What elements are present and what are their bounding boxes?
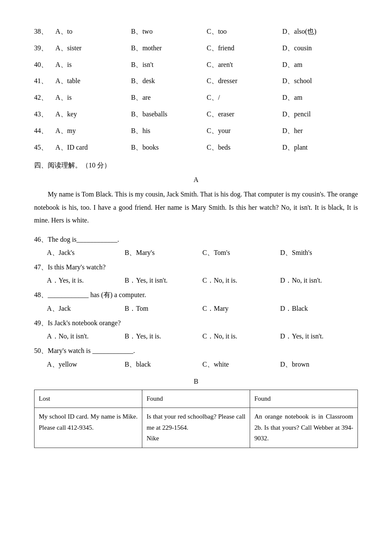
table-col3-header: Found: [250, 390, 358, 408]
passage-b-title: B: [34, 378, 358, 385]
mc-row: 43、 A、key B、baseballs C、eraser D、pencil: [34, 108, 358, 121]
table-col3-body: An orange notebook is in Classroom 2b. I…: [250, 408, 358, 448]
question-48-option-3: D．Black: [280, 304, 358, 313]
question-50-option-3: D、brown: [280, 360, 358, 369]
section4-title: 四、阅读理解。（10 分）: [34, 161, 358, 170]
question-49-option-3: D．Yes, it isn't.: [280, 332, 358, 341]
mc-row: 45、 A、ID card B、books C、beds D、plant: [34, 142, 358, 154]
mc-option-b: B、desk: [131, 75, 207, 87]
mc-option-a: A、key: [55, 108, 131, 121]
mc-option-d: D、also(也): [282, 26, 358, 38]
question-47-options: A．Yes, it is.B．Yes, it isn't.C．No, it is…: [47, 276, 358, 285]
mc-option-b: B、mother: [131, 42, 207, 55]
question-46-option-1: B、Mary's: [125, 249, 203, 257]
mc-option-c: C、dresser: [207, 75, 282, 87]
mc-option-a: A、my: [55, 125, 131, 137]
question-48-option-0: A、Jack: [47, 304, 125, 313]
mc-number: 44、: [34, 125, 55, 137]
mc-option-b: B、books: [131, 142, 207, 154]
mc-option-c: C、aren't: [207, 59, 282, 71]
table-col1-body: My school ID card. My name is Mike. Plea…: [35, 408, 142, 448]
question-50-option-1: B、black: [125, 360, 203, 369]
mc-row: 38、 A、to B、two C、too D、also(也): [34, 26, 358, 38]
passage-a-text: My name is Tom Black. This is my cousin,…: [34, 188, 358, 227]
mc-option-d: D、school: [282, 75, 358, 87]
mc-option-a: A、is: [55, 59, 131, 71]
table-col1-header: Lost: [35, 390, 142, 408]
question-46-option-2: C、Tom's: [202, 249, 280, 257]
mc-option-c: C、friend: [207, 42, 282, 55]
mc-number: 42、: [34, 92, 55, 104]
mc-option-b: B、isn't: [131, 59, 207, 71]
mc-option-c: C、your: [207, 125, 282, 137]
question-48-option-1: B．Tom: [125, 304, 203, 313]
mc-option-d: D、pencil: [282, 108, 358, 121]
question-47-option-0: A．Yes, it is.: [47, 276, 125, 285]
mc-option-c: C、/: [207, 92, 282, 104]
question-47-option-3: D．No, it isn't.: [280, 276, 358, 285]
mc-number: 43、: [34, 108, 55, 121]
mc-option-a: A、ID card: [55, 142, 131, 154]
question-47-option-1: B．Yes, it isn't.: [125, 276, 203, 285]
passage-a-title: A: [34, 176, 358, 184]
mc-number: 39、: [34, 42, 55, 55]
mc-option-b: B、baseballs: [131, 108, 207, 121]
table-b: Lost Found Found My school ID card. My n…: [34, 390, 358, 448]
question-46-option-3: D、Smith's: [280, 249, 358, 257]
mc-row: 39、 A、sister B、mother C、friend D、cousin: [34, 42, 358, 55]
question-49-option-2: C．No, it is.: [202, 332, 280, 341]
mc-option-a: A、sister: [55, 42, 131, 55]
question-50-option-0: A、yellow: [47, 360, 125, 369]
mc-number: 38、: [34, 26, 55, 38]
question-49-option-0: A．No, it isn't.: [47, 332, 125, 341]
question-50-options: A、yellowB、blackC、whiteD、brown: [47, 360, 358, 369]
mc-row: 42、 A、is B、are C、/ D、am: [34, 92, 358, 104]
table-col2-header: Found: [142, 390, 250, 408]
question-50-option-2: C、white: [202, 360, 280, 369]
mc-option-c: C、too: [207, 26, 282, 38]
table-col2-body: Is that your red schoolbag? Please call …: [142, 408, 250, 448]
mc-option-c: C、beds: [207, 142, 282, 154]
mc-option-c: C、eraser: [207, 108, 282, 121]
question-46-stem: 46、The dog is____________.: [34, 233, 358, 246]
question-49-options: A．No, it isn't.B．Yes, it is.C．No, it is.…: [47, 332, 358, 341]
mc-option-d: D、am: [282, 59, 358, 71]
mc-option-a: A、is: [55, 92, 131, 104]
question-50-stem: 50、Mary's watch is ____________.: [34, 344, 358, 357]
questions-section: 46、The dog is____________.A、Jack'sB、Mary…: [34, 233, 358, 369]
mc-row: 40、 A、is B、isn't C、aren't D、am: [34, 59, 358, 71]
mc-number: 41、: [34, 75, 55, 87]
mc-row: 41、 A、table B、desk C、dresser D、school: [34, 75, 358, 87]
mc-option-b: B、two: [131, 26, 207, 38]
mc-number: 40、: [34, 59, 55, 71]
question-49-stem: 49、Is Jack's notebook orange?: [34, 317, 358, 330]
question-46-options: A、Jack'sB、Mary'sC、Tom'sD、Smith's: [47, 249, 358, 257]
mc-option-a: A、table: [55, 75, 131, 87]
mc-option-b: B、his: [131, 125, 207, 137]
question-47-stem: 47、Is this Mary's watch?: [34, 261, 358, 274]
question-49-option-1: B．Yes, it is.: [125, 332, 203, 341]
question-48-stem: 48、____________ has (有) a computer.: [34, 289, 358, 301]
mc-option-d: D、plant: [282, 142, 358, 154]
mc-option-a: A、to: [55, 26, 131, 38]
mc-row: 44、 A、my B、his C、your D、her: [34, 125, 358, 137]
mc-option-d: D、am: [282, 92, 358, 104]
question-47-option-2: C．No, it is.: [202, 276, 280, 285]
mc-option-d: D、cousin: [282, 42, 358, 55]
question-46-option-0: A、Jack's: [47, 249, 125, 257]
mc-section: 38、 A、to B、two C、too D、also(也) 39、 A、sis…: [34, 26, 358, 153]
mc-option-d: D、her: [282, 125, 358, 137]
question-48-options: A、JackB．TomC．MaryD．Black: [47, 304, 358, 313]
question-48-option-2: C．Mary: [202, 304, 280, 313]
mc-number: 45、: [34, 142, 55, 154]
mc-option-b: B、are: [131, 92, 207, 104]
